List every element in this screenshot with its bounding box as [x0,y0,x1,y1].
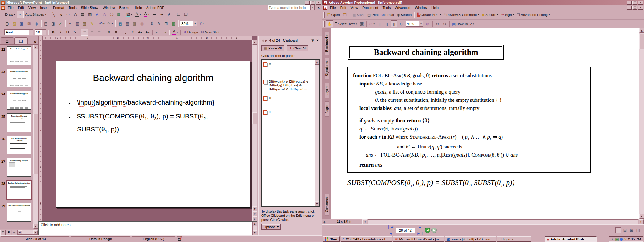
scrollbar-thumb[interactable] [639,34,644,49]
print-preview-button[interactable]: ◨ [50,20,57,27]
toolbar-grip[interactable] [323,12,325,18]
menu-document[interactable]: Document [360,5,380,10]
fit-width-button[interactable]: ▯ [391,20,397,27]
align-left-button[interactable]: ≡ [81,29,88,36]
back-arrow-icon[interactable]: ◀ [261,39,264,42]
print-button[interactable]: ▤ [42,20,49,27]
zoom-out-button[interactable]: ⊖ [398,20,405,27]
previous-view-button[interactable]: ◀ [425,228,430,233]
close-document-button[interactable]: ✕ [316,5,321,10]
save-button[interactable]: ▣ [18,20,25,27]
arrow-style-button[interactable]: ⇄ [165,11,172,18]
decrease-font-size-button[interactable]: A▾ [144,29,151,36]
menu-tools[interactable]: Tools [380,5,393,10]
menu-edit[interactable]: Edit [338,5,348,10]
scroll-down-icon[interactable]: ▼ [253,230,257,235]
zoom-add-button[interactable]: ⊕ [424,20,431,27]
next-view-button[interactable]: ▶ [431,228,437,233]
print-button[interactable]: ▤Print [366,11,380,18]
toolbar-grip[interactable] [1,30,2,35]
insert-hyperlink-button[interactable]: ◍ [138,20,145,27]
undo-button[interactable]: ↶▾ [98,20,106,27]
search-button[interactable]: ◉Search [396,11,413,18]
power-tray-icon[interactable]: ϟ [624,237,626,241]
menu-window[interactable]: Window [413,5,429,10]
scroll-left-icon[interactable]: ◀ [18,230,22,234]
menu-file[interactable]: File [6,5,16,10]
menu-adobe-pdf[interactable]: Adobe PDF [144,5,166,10]
doc-close-button[interactable]: ✕ [638,6,643,10]
redo-button[interactable]: ↷▾ [106,20,114,27]
slide-thumbnail-28[interactable]: 28Backward chaining algorithm [0,181,33,199]
menu-edit[interactable]: Edit [16,5,26,10]
taskbar-button-figures[interactable]: ❒figures [497,236,531,242]
tab-comments[interactable]: Comments [325,194,329,215]
question-box[interactable]: Type a question for help ▾ [268,5,315,10]
tab-signatures[interactable]: Signatures [325,58,329,79]
bold-button[interactable]: B [50,29,57,36]
tab-outline[interactable]: ≣ [1,37,14,44]
design-button[interactable]: ❖Design [182,29,199,36]
menu-tools[interactable]: Tools [66,5,79,10]
menu-advanced[interactable]: Advanced [393,5,413,10]
increase-indent-button[interactable]: ⇥ [161,29,168,36]
tab-bookmarks[interactable]: Bookmarks [325,32,329,55]
chevron-down-icon[interactable]: ▾ [419,21,423,26]
clear-all-button[interactable]: ✗ Clear All [287,45,308,51]
clipboard-item[interactable]: ⊜ [263,62,314,67]
font-name-combo[interactable]: Arial▾ [4,29,33,35]
scroll-right-icon[interactable]: ▶ [639,219,644,224]
text-box-button[interactable]: ▤ [79,11,86,18]
zoom-in-tool-button[interactable]: ⊕▾ [368,20,376,27]
toolbar-grip[interactable] [1,20,2,27]
horizontal-scrollbar[interactable] [368,219,638,224]
editor-scrollbar[interactable]: ▲ ▼ ⇈ ⇊ [252,40,257,221]
align-center-button[interactable]: ≡ [88,29,95,36]
horizontal-ruler[interactable]: 3210123 [42,36,252,40]
chevron-down-icon[interactable]: ▼ [311,39,314,42]
paste-all-button[interactable]: ▦ Paste All [261,45,284,51]
restore-button[interactable]: ❐ [310,1,315,5]
actual-size-button[interactable]: ▯ [376,20,383,27]
line-spacing-button[interactable]: ↕ [105,29,112,36]
rotate-clockwise-button[interactable]: ↻ [434,20,441,27]
slide-thumbnail-23[interactable]: 23Forward chaining proof [0,69,33,87]
next-slide-button[interactable]: ⇊ [252,216,257,221]
continuous-button[interactable]: ▤ [622,227,628,233]
rotate-counterclockwise-button[interactable]: ↺ [441,20,448,27]
tab-layers[interactable]: Layers [325,83,329,98]
clipboard-tray-icon[interactable]: ▦ [615,237,619,241]
fit-page-button[interactable]: ▯ [383,20,390,27]
align-right-button[interactable]: ≡ [96,29,103,36]
format-painter-button[interactable]: ✎ [88,20,95,27]
status-language[interactable]: English (U.S.) [132,236,175,241]
page-number-input[interactable]: 28 of 42 [396,228,415,233]
thumbnail-scrollbar[interactable]: ▲ ▼ [33,45,38,229]
open-button[interactable]: ❒Open [326,11,341,18]
oval-button[interactable]: ○ [72,11,79,18]
document-scrollbar[interactable]: ▲ ▼ [639,28,644,219]
menu-insert[interactable]: Insert [38,5,51,10]
secure-button[interactable]: ◆Secure▾ [480,11,500,18]
clipboard-item[interactable]: θ [263,110,314,115]
menu-help[interactable]: Help [132,5,144,10]
open-organizer-button[interactable]: ❒ [341,11,348,18]
doc-restore-button[interactable]: ❐ [632,6,637,10]
spelling-status-icon[interactable]: ▤✗ [177,236,182,241]
select-objects-button[interactable]: ↖ [17,11,24,18]
clip-art-button[interactable]: ☺ [108,11,115,18]
text-shadow-button[interactable]: S [71,29,78,36]
increase-font-size-button[interactable]: A▴ [137,29,144,36]
bullets-button[interactable]: ∷ [130,29,136,36]
menu-view[interactable]: View [348,5,360,10]
slide-bullet[interactable]: •$SUBST(COMPOSE(θ1, θ2), p) = SUBST(θ2, … [69,111,220,137]
scroll-down-icon[interactable]: ▼ [315,201,319,206]
italic-button[interactable]: I [57,29,64,36]
vertical-text-box-button[interactable]: ▥ [86,11,93,18]
zoom-level-combo[interactable]: 91%▾ [406,21,423,27]
first-page-button[interactable]: ▏◀ [388,224,394,230]
review-and-comment-button[interactable]: ❝Review & Comment▾ [442,11,480,18]
how-to-button[interactable]: ▤How To..?▾ [451,20,475,27]
permission-button[interactable]: ✉ [25,20,32,27]
chevron-down-icon[interactable]: ▾ [310,5,314,10]
